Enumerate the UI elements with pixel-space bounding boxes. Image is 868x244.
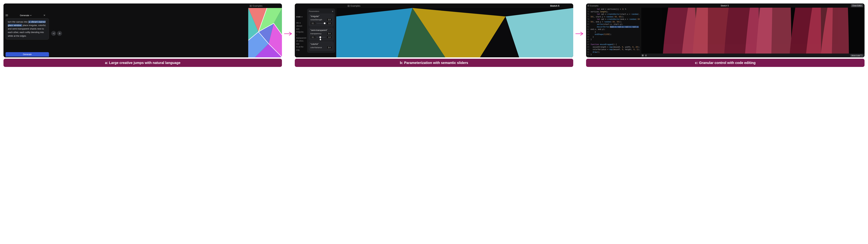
- code-line[interactable]: 84 endShape(CLOSE);: [586, 33, 639, 36]
- param-quote: “colorful”: [310, 43, 332, 45]
- slider[interactable]: [317, 23, 326, 24]
- close-icon[interactable]: ✕: [332, 10, 334, 13]
- param-group: “colorful” colorVariance 0.4: [309, 42, 334, 51]
- code-line[interactable]: 85 }: [586, 36, 639, 38]
- chevron-down-icon: [301, 16, 303, 18]
- slider-max: 1.0: [327, 22, 332, 25]
- tab-examples[interactable]: Examples: [347, 4, 361, 7]
- code-line[interactable]: 91 draw();: [586, 51, 639, 54]
- panel-a-wrap: Examples: [3, 3, 282, 67]
- pause-icon[interactable]: [642, 55, 644, 56]
- slider-max: 1.0: [327, 36, 332, 38]
- tab-examples[interactable]: Examples: [587, 5, 598, 7]
- tab-examples[interactable]: Examples: [250, 4, 262, 7]
- prompt-prefix: turn the canvas into: [8, 21, 28, 23]
- prompt-toolbar: Generate ✕: [5, 14, 45, 17]
- line-number: 80: [586, 23, 591, 26]
- param-group: “semi-transparent” transparency 0.4 0.1 …: [309, 28, 334, 40]
- line-number: 78: [586, 18, 591, 21]
- editor-topbar: Examples Sketch 5 Close Editor: [587, 4, 863, 7]
- param-quote: “semi-transparent”: [310, 29, 332, 31]
- generate-dropdown-fragment[interactable]: erate: [296, 15, 306, 18]
- code-line[interactable]: 90 colorVariance = map(mouseY, 0, height…: [586, 48, 639, 51]
- line-number: 79: [586, 21, 591, 23]
- code-line[interactable]: 80 vertex(start.x, start.y);: [586, 23, 639, 26]
- line-number: 92: [586, 53, 591, 56]
- caption-b: b: Parameterization with semantic slider…: [295, 59, 573, 67]
- svg-point-19: [59, 34, 59, 34]
- chevron-down-icon: [30, 15, 32, 16]
- code-line[interactable]: 81 bezierVertex(cp1.x, cp1.y, cp2.x, cp2…: [586, 26, 639, 28]
- code-line[interactable]: 88function mouseDragged() {: [586, 43, 639, 46]
- panel-b-wrap: Examples Sketch 5: [295, 3, 573, 67]
- figure-row: Examples: [3, 3, 865, 67]
- code-line[interactable]: 76 let cp1 = createVector(start.x + rand…: [586, 13, 639, 16]
- tab-examples-label: Examples: [253, 4, 262, 7]
- line-number: 84: [586, 33, 591, 36]
- param-value[interactable]: 0.9: [327, 18, 332, 21]
- code-line[interactable]: 93: [586, 56, 639, 57]
- prompt-textarea[interactable]: turn the canvas into a vibrant stained g…: [5, 18, 49, 39]
- line-number: 81: [586, 26, 591, 28]
- canvas-preview[interactable]: [248, 8, 282, 57]
- param-value[interactable]: 0.4: [327, 32, 332, 35]
- svg-point-15: [54, 32, 55, 33]
- prompt-fragment: nto a vibrant: [296, 21, 306, 27]
- svg-rect-35: [643, 55, 644, 56]
- code-line[interactable]: 89 noiseStrength = map(mouseX, 0, width,…: [586, 46, 639, 49]
- code-line[interactable]: 7950), end.y + random(-50, 50));: [586, 21, 639, 23]
- prompt-side-actions: [51, 31, 62, 36]
- code-line[interactable]: 87: [586, 41, 639, 44]
- code-line[interactable]: 75vertices.length];: [586, 10, 639, 13]
- code-line[interactable]: 82end.x, end.y);: [586, 28, 639, 31]
- code-line[interactable]: 83 }: [586, 31, 639, 33]
- code-line[interactable]: 86}: [586, 38, 639, 41]
- code-editor[interactable]: 74 let end = vertices[(j + 1) %75vertice…: [586, 8, 640, 57]
- prompt-fragment: ace irregular,: [296, 27, 306, 33]
- parameters-panel: Parameters ✕ “irregular” noiseStrength 0…: [307, 9, 335, 53]
- line-number: 93: [586, 56, 591, 57]
- caption-c: c: Granular control with code editing: [586, 59, 865, 67]
- line-number: 88: [586, 43, 591, 46]
- generate-submit-button[interactable]: Generate: [5, 52, 49, 57]
- close-icon[interactable]: ✕: [43, 14, 45, 17]
- parameters-title: Parameters: [309, 10, 319, 13]
- arrow-bc: [575, 31, 584, 39]
- menu-icon[interactable]: [5, 15, 8, 16]
- svg-point-17: [59, 32, 60, 33]
- param-name: colorVariance: [310, 46, 322, 49]
- sliders-button[interactable]: [57, 31, 62, 36]
- close-editor-button[interactable]: Close Editor: [851, 4, 863, 7]
- show-code-button[interactable]: Show Code: [850, 54, 864, 57]
- slider[interactable]: [317, 37, 326, 37]
- line-number: 86: [586, 38, 591, 41]
- sketch-title: Sketch 5: [598, 4, 851, 7]
- panel-b: Examples Sketch 5: [295, 3, 573, 57]
- code-line[interactable]: 7750), start.y + random(-50, 50));: [586, 16, 639, 18]
- param-quote: “irregular”: [310, 15, 332, 18]
- reload-icon[interactable]: [645, 55, 647, 56]
- list-icon: [250, 5, 252, 7]
- svg-rect-34: [642, 55, 643, 56]
- panel-a: Examples: [3, 3, 282, 57]
- line-number: 75: [586, 10, 591, 13]
- expand-icon: [861, 55, 862, 56]
- svg-point-18: [60, 33, 60, 34]
- code-line[interactable]: 78 let cp2 = createVector(end.x + random…: [586, 18, 639, 21]
- canvas-preview[interactable]: [336, 8, 573, 57]
- generate-dropdown[interactable]: Generate: [9, 14, 42, 17]
- tab-examples-label: Examples: [350, 4, 361, 7]
- cursor-hand-icon: [319, 38, 322, 41]
- share-button[interactable]: [51, 31, 56, 36]
- code-line[interactable]: 92}: [586, 53, 639, 56]
- preview-bottombar: Show Code: [641, 54, 865, 57]
- line-number: 77: [586, 16, 591, 18]
- param-value[interactable]: 0.4: [327, 46, 332, 49]
- prompt-fragment: ch other, eac: [296, 39, 306, 46]
- svg-point-14: [53, 33, 53, 33]
- line-number: 85: [586, 36, 591, 38]
- canvas-preview[interactable]: [641, 8, 865, 54]
- svg-point-16: [54, 34, 55, 34]
- code-line[interactable]: 74 let end = vertices[(j + 1) %: [586, 8, 639, 10]
- tab-examples-label: Examples: [590, 5, 598, 7]
